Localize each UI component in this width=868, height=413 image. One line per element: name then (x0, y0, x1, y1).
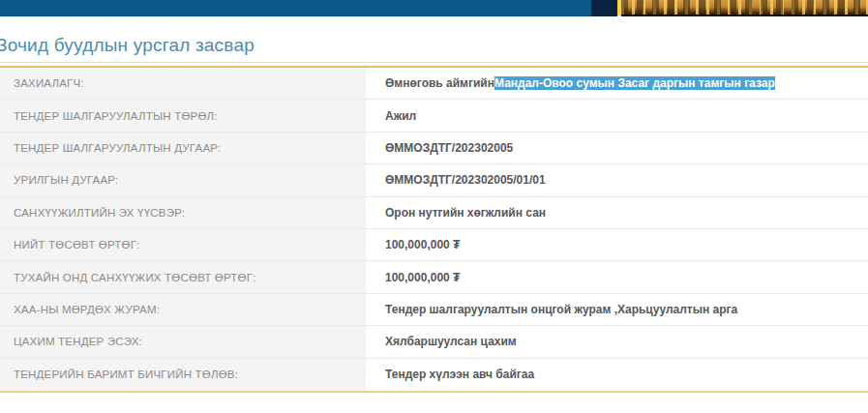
detail-row: ЦАХИМ ТЕНДЕР ЭСЭХ: Хялбаршуулсан цахим (0, 326, 868, 358)
detail-value: Орон нутгийн хөгжлийн сан (366, 197, 868, 228)
detail-label: ТЕНДЕРИЙН БАРИМТ БИЧГИЙН ТӨЛӨВ: (0, 359, 366, 391)
detail-value: ӨММОЗДТГ/202302005/01/01 (366, 164, 868, 195)
detail-row: ТЕНДЕР ШАЛГАРУУЛАЛТЫН ТӨРӨЛ: Ажил (0, 100, 868, 132)
detail-value: Өмнөговь аймгийн Мандал-Овоо сумын Засаг… (366, 68, 868, 99)
selected-text: Мандал-Овоо сумын Засаг даргын тамгын га… (494, 76, 775, 90)
detail-row: УРИЛГЫН ДУГААР: ӨММОЗДТГ/202302005/01/01 (0, 164, 868, 196)
detail-label: ХАА-НЫ МӨРДӨХ ЖУРАМ: (0, 294, 366, 325)
detail-value: Тендер хүлээн авч байгаа (366, 359, 868, 391)
detail-label: ТУХАЙН ОНД САНХҮҮЖИХ ТӨСӨВТ ӨРТӨГ: (0, 261, 366, 292)
detail-row: ТЕНДЕРИЙН БАРИМТ БИЧГИЙН ТӨЛӨВ: Тендер х… (0, 359, 868, 391)
detail-row: ТУХАЙН ОНД САНХҮҮЖИХ ТӨСӨВТ ӨРТӨГ: 100,0… (0, 261, 868, 293)
detail-row: ХАА-НЫ МӨРДӨХ ЖУРАМ: Тендер шалгаруулалт… (0, 294, 868, 326)
top-strip (0, 0, 868, 16)
detail-label: ЗАХИАЛАГЧ: (0, 68, 366, 99)
title-divider (0, 62, 868, 63)
detail-label: ЦАХИМ ТЕНДЕР ЭСЭХ: (0, 326, 366, 357)
detail-value: ӨММОЗДТГ/202302005 (366, 133, 868, 163)
detail-label: САНХҮҮЖИЛТИЙН ЭХ ҮҮСВЭР: (0, 197, 366, 228)
detail-row: НИЙТ ТӨСӨВТ ӨРТӨГ: 100,000,000 ₮ (0, 229, 868, 261)
detail-row: САНХҮҮЖИЛТИЙН ЭХ ҮҮСВЭР: Орон нутгийн хө… (0, 197, 868, 229)
detail-label: ТЕНДЕР ШАЛГАРУУЛАЛТЫН ДУГААР: (0, 133, 366, 163)
tender-detail-page: Зочид буудлын урсгал засвар ЗАХИАЛАГЧ: Ө… (0, 0, 868, 413)
detail-value: Хялбаршуулсан цахим (366, 326, 868, 357)
detail-label: ТЕНДЕР ШАЛГАРУУЛАЛТЫН ТӨРӨЛ: (0, 100, 366, 131)
page-title: Зочид буудлын урсгал засвар (0, 35, 254, 56)
tender-details-table: ЗАХИАЛАГЧ: Өмнөговь аймгийн Мандал-Овоо … (0, 66, 868, 393)
detail-value: Ажил (366, 100, 868, 131)
banner-dark-block (591, 0, 617, 16)
top-nav-bar (0, 0, 591, 16)
value-text: Өмнөговь аймгийн (385, 76, 494, 90)
detail-value: 100,000,000 ₮ (366, 261, 868, 292)
detail-value: Тендер шалгаруулалтын онцгой журам ,Харь… (366, 294, 868, 325)
detail-label: УРИЛГЫН ДУГААР: (0, 164, 366, 195)
detail-label: НИЙТ ТӨСӨВТ ӨРТӨГ: (0, 229, 366, 260)
banner-image[interactable] (621, 0, 868, 16)
detail-row: ЗАХИАЛАГЧ: Өмнөговь аймгийн Мандал-Овоо … (0, 68, 868, 100)
detail-row: ТЕНДЕР ШАЛГАРУУЛАЛТЫН ДУГААР: ӨММОЗДТГ/2… (0, 133, 868, 164)
detail-value: 100,000,000 ₮ (366, 229, 868, 260)
